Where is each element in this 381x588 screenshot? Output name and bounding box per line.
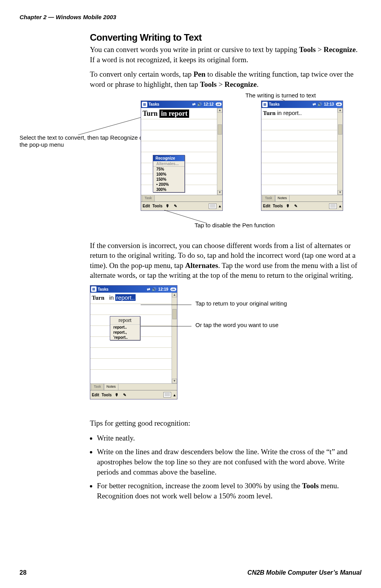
- para-3: If the conversion is incorrect, you can …: [90, 241, 363, 281]
- pda1-handwriting: Turn in report: [143, 110, 189, 118]
- typed-rest: in report..: [275, 110, 302, 116]
- volume-icon[interactable]: 🔊: [152, 287, 156, 291]
- ok-button[interactable]: ok: [216, 102, 222, 106]
- para-2-recognize: Recognize: [225, 80, 257, 88]
- connectivity-icon[interactable]: ⇄: [313, 102, 316, 106]
- scroll-thumb[interactable]: [172, 309, 177, 319]
- pen-icon[interactable]: ✎: [293, 203, 299, 209]
- tip-3-tools: Tools: [302, 482, 319, 490]
- menu-edit[interactable]: Edit: [92, 393, 99, 397]
- pda3-clock: 12:19: [158, 287, 168, 291]
- ok-button[interactable]: ok: [170, 288, 176, 291]
- pda1-scrollbar[interactable]: ▲ ▼: [217, 108, 222, 195]
- zoom-300[interactable]: 300%: [153, 187, 184, 192]
- page-footer: 28 CN2B Mobile Computer User’s Manual: [20, 569, 361, 576]
- pda1-app-title: Tasks: [148, 102, 159, 106]
- zoom-200[interactable]: 200%: [153, 182, 184, 187]
- alternates-handwriting[interactable]: report: [110, 316, 140, 325]
- pda2-canvas[interactable]: Turn in report.. ▲ ▼: [261, 108, 343, 195]
- para-1: You can convert words you write in print…: [90, 45, 363, 65]
- pda1-canvas[interactable]: Turn in report Recognize Alternates... 7…: [141, 108, 222, 195]
- figure-alternates: ⊞ Tasks ⇄ 🔊 12:19 ok Turn in report..: [90, 285, 363, 414]
- zoom-100[interactable]: 100%: [153, 172, 184, 177]
- tips-intro: Tips for getting good recognition:: [90, 418, 363, 428]
- svg-line-2: [164, 210, 207, 223]
- alternate-option-3[interactable]: 'report..: [110, 335, 140, 340]
- scroll-up-arrow[interactable]: ▲: [217, 108, 222, 113]
- scroll-thumb[interactable]: [218, 124, 222, 135]
- tab-task[interactable]: Task: [262, 195, 275, 201]
- zoom-75[interactable]: 75%: [153, 167, 184, 172]
- page: Chapter 2 — Windows Mobile 2003 Converti…: [0, 0, 381, 588]
- keyboard-icon[interactable]: [329, 203, 337, 209]
- start-icon[interactable]: ⊞: [262, 102, 268, 107]
- callout-writing-turned-to-text: The writing is turned to text: [245, 92, 316, 99]
- typed-turn3: Turn: [92, 295, 104, 301]
- sip-arrow-icon[interactable]: ▴: [174, 393, 175, 397]
- record-icon[interactable]: 🎙: [165, 203, 170, 209]
- ok-button[interactable]: ok: [336, 102, 342, 106]
- connectivity-icon[interactable]: ⇄: [147, 287, 150, 291]
- menu-tools[interactable]: Tools: [273, 204, 283, 208]
- recognize-menu-header[interactable]: Recognize: [153, 155, 184, 161]
- pen-icon[interactable]: ✎: [122, 392, 127, 397]
- pda2-tabs: Task Notes: [261, 195, 343, 201]
- pda3-scrollbar[interactable]: ▲ ▼: [172, 293, 177, 383]
- sip-arrow-icon[interactable]: ▴: [339, 204, 341, 208]
- volume-icon[interactable]: 🔊: [197, 102, 202, 106]
- record-icon[interactable]: 🎙: [285, 203, 291, 209]
- zoom-150[interactable]: 150%: [153, 177, 184, 182]
- start-icon[interactable]: ⊞: [91, 286, 97, 292]
- pda1-titlebar: ⊞ Tasks ⇄ 🔊 12:12 ok: [141, 101, 222, 108]
- scroll-up-arrow[interactable]: ▲: [172, 293, 177, 297]
- keyboard-icon[interactable]: [163, 392, 171, 397]
- tips-list: Write neatly. Write on the lines and dra…: [90, 433, 363, 501]
- tip-3-a: For better recognition, increase the zoo…: [97, 482, 302, 490]
- keyboard-icon[interactable]: [209, 203, 216, 209]
- pda2-clock: 12:13: [324, 102, 334, 106]
- menu-tools[interactable]: Tools: [102, 393, 112, 397]
- recognize-menu-alternates[interactable]: Alternates...: [153, 161, 184, 166]
- pda3-tabs: Task Notes: [90, 384, 177, 390]
- alternate-option-1[interactable]: report..: [110, 325, 140, 330]
- tab-notes[interactable]: Notes: [275, 195, 290, 201]
- tip-1: Write neatly.: [97, 433, 363, 443]
- pda3-canvas[interactable]: Turn in report.. report report.. report.…: [90, 293, 177, 384]
- tip-3: For better recognition, increase the zoo…: [97, 481, 363, 501]
- connectivity-icon[interactable]: ⇄: [192, 102, 195, 106]
- scroll-down-arrow[interactable]: ▼: [172, 379, 177, 383]
- alternate-option-2[interactable]: report.,: [110, 330, 140, 335]
- para-2-pen: Pen: [193, 70, 206, 78]
- callout-disable-pen: Tap to disable the Pen function: [195, 222, 275, 228]
- volume-icon[interactable]: 🔊: [317, 102, 322, 106]
- body-column: Converting Writing to Text You can conve…: [90, 32, 363, 501]
- alternates-popup: report report.. report., 'report..: [110, 316, 140, 340]
- scroll-up-arrow[interactable]: ▲: [338, 108, 343, 113]
- tip-2: Write on the lines and draw descenders b…: [97, 447, 363, 477]
- pda1-tabs: Task: [141, 195, 222, 201]
- tab-notes[interactable]: Notes: [104, 383, 119, 390]
- menu-edit[interactable]: Edit: [263, 204, 270, 208]
- menu-tools[interactable]: Tools: [152, 204, 163, 208]
- scroll-thumb[interactable]: [338, 124, 342, 135]
- pen-icon[interactable]: ✎: [173, 203, 178, 209]
- pda-screenshot-converted-text: ⊞ Tasks ⇄ 🔊 12:13 ok Turn in report.. ▲: [261, 101, 343, 211]
- pda-screenshot-recognize-menu: ⊞ Tasks ⇄ 🔊 12:12 ok Turn in report Reco: [141, 101, 223, 211]
- callout-select-text: Select the text to convert, then tap Rec…: [20, 134, 152, 148]
- start-icon[interactable]: ⊞: [142, 102, 147, 107]
- para-2-tools: Tools: [200, 80, 217, 88]
- menu-edit[interactable]: Edit: [143, 204, 150, 208]
- scroll-down-arrow[interactable]: ▼: [338, 190, 343, 195]
- sip-arrow-icon[interactable]: ▴: [219, 204, 221, 208]
- tab-task[interactable]: Task: [91, 383, 104, 390]
- tab-task[interactable]: Task: [142, 195, 155, 201]
- record-icon[interactable]: 🎙: [114, 392, 120, 397]
- hw-selection: in report: [159, 110, 189, 118]
- pda3-titlebar: ⊞ Tasks ⇄ 🔊 12:19 ok: [90, 286, 177, 293]
- pda1-menubar: Edit Tools 🎙 ✎ ▴: [141, 201, 222, 210]
- callout-tap-word: Or tap the word you want to use: [195, 322, 279, 328]
- pda2-scrollbar[interactable]: ▲ ▼: [337, 108, 343, 195]
- para-1-gt: >: [316, 45, 324, 54]
- scroll-down-arrow[interactable]: ▼: [217, 190, 222, 195]
- typed-selected: report..: [115, 294, 136, 301]
